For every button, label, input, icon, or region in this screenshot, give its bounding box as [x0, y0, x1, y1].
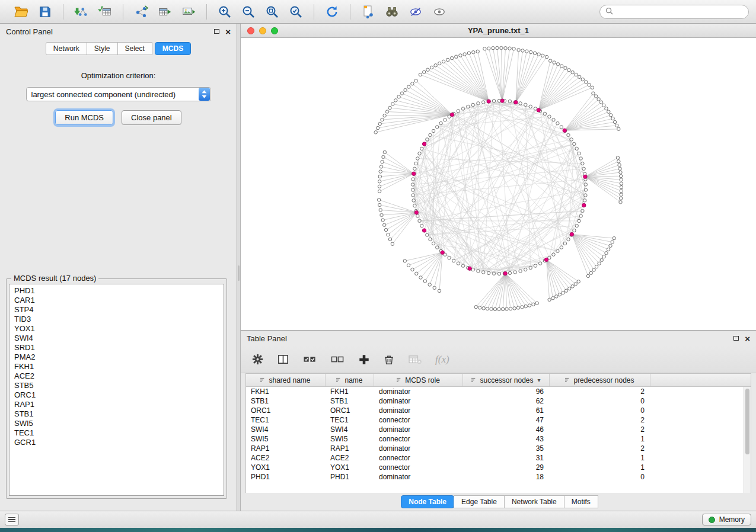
optimization-criterion-dropdown[interactable]: largest connected component (undirected): [26, 87, 211, 101]
zoom-out-icon[interactable]: [240, 4, 257, 20]
save-session-icon[interactable]: [37, 4, 53, 20]
table-row[interactable]: RAP1RAP1dominator352: [246, 444, 744, 453]
window-close-icon[interactable]: [247, 27, 254, 34]
table-cell: dominator: [374, 425, 463, 434]
table-cell: dominator: [374, 406, 463, 415]
table-cell: YOX1: [326, 463, 374, 472]
show-columns-icon[interactable]: [277, 353, 289, 366]
run-mcds-button[interactable]: Run MCDS: [55, 110, 113, 125]
table-cell: connector: [374, 416, 463, 424]
table-cell: RAP1: [326, 444, 374, 453]
mcds-result-item[interactable]: PHD1: [14, 286, 219, 296]
toolbar-separator: [314, 4, 314, 20]
desktop-background-strip: [0, 528, 756, 532]
table-cell: 1: [550, 435, 650, 443]
network-graph-svg: [241, 38, 755, 331]
mcds-result-item[interactable]: SRD1: [14, 343, 219, 352]
table-toolbar: f(x): [241, 346, 756, 373]
export-image-icon[interactable]: [180, 4, 197, 20]
mcds-result-item[interactable]: STB5: [14, 381, 219, 390]
mcds-result-item[interactable]: TEC1: [14, 428, 219, 438]
control-panel-title: Control Panel: [6, 27, 53, 36]
status-bar: Memory: [0, 511, 756, 528]
column-header-predecessor-nodes[interactable]: predecessor nodes: [550, 374, 650, 386]
zoom-fit-content-icon[interactable]: [264, 4, 280, 20]
table-cell: ORC1: [326, 406, 374, 415]
table-settings-gear-icon[interactable]: [251, 353, 264, 366]
mcds-result-item[interactable]: SWI5: [14, 419, 219, 428]
table-row[interactable]: PHD1PHD1dominator180: [246, 472, 744, 482]
column-header-successor-nodes[interactable]: successor nodes▾: [463, 374, 550, 386]
node-table: shared namenameMCDS rolesuccessor nodes▾…: [245, 373, 751, 493]
import-table-file-icon[interactable]: [97, 4, 113, 20]
search-field[interactable]: [599, 5, 749, 19]
table-row[interactable]: STB1STB1dominator620: [246, 396, 744, 406]
table-row[interactable]: ORC1ORC1dominator610: [246, 406, 744, 415]
mcds-result-item[interactable]: GCR1: [14, 438, 219, 447]
table-row[interactable]: SWI4SWI4dominator462: [246, 425, 744, 434]
clone-network-icon[interactable]: [360, 4, 377, 20]
deselect-all-rows-icon[interactable]: [330, 354, 345, 366]
mcds-result-item[interactable]: ORC1: [14, 390, 219, 400]
mcds-result-list[interactable]: PHD1CAR1STP4TID3YOX1SWI4SRD1PMA2FKH1ACE2…: [9, 284, 224, 496]
first-neighbors-icon[interactable]: [384, 4, 400, 20]
select-all-rows-icon[interactable]: [302, 354, 317, 366]
close-panel-button[interactable]: Close panel: [122, 110, 181, 125]
open-session-icon[interactable]: [13, 4, 30, 20]
tab-style[interactable]: Style: [87, 42, 118, 55]
search-input[interactable]: [617, 7, 743, 17]
mcds-result-item[interactable]: CAR1: [14, 296, 219, 305]
tab-network[interactable]: Network: [46, 42, 87, 55]
table-cell: ORC1: [246, 406, 326, 415]
chevron-down-icon: ▾: [538, 377, 541, 383]
table-tab-node-table[interactable]: Node Table: [401, 495, 454, 508]
float-panel-icon[interactable]: [214, 29, 219, 34]
table-row[interactable]: ACE2ACE2connector311: [246, 453, 744, 463]
mcds-result-item[interactable]: SWI4: [14, 334, 219, 343]
tab-select[interactable]: Select: [117, 42, 152, 55]
zoom-in-icon[interactable]: [216, 4, 233, 20]
mcds-result-item[interactable]: FKH1: [14, 362, 219, 371]
mcds-result-item[interactable]: TID3: [14, 315, 219, 324]
table-row[interactable]: TEC1TEC1connector472: [246, 415, 744, 425]
table-vertical-scrollbar[interactable]: [744, 387, 751, 493]
table-tab-network-table[interactable]: Network Table: [504, 495, 564, 508]
refresh-view-icon[interactable]: [324, 4, 340, 20]
column-header-shared-name[interactable]: shared name: [246, 374, 326, 386]
mcds-result-item[interactable]: STB1: [14, 409, 219, 419]
window-maximize-icon[interactable]: [271, 27, 278, 34]
column-header-MCDS-role[interactable]: MCDS role: [374, 374, 463, 386]
network-canvas[interactable]: [241, 38, 756, 330]
table-tab-edge-table[interactable]: Edge Table: [454, 495, 505, 508]
window-minimize-icon[interactable]: [259, 27, 266, 34]
delete-column-trash-icon[interactable]: [383, 354, 395, 366]
mcds-result-item[interactable]: RAP1: [14, 400, 219, 409]
table-row[interactable]: YOX1YOX1connector291: [246, 463, 744, 472]
show-all-icon[interactable]: [431, 4, 448, 20]
table-panel-header: Table Panel ×: [241, 331, 756, 346]
table-cell: dominator: [374, 473, 463, 481]
close-panel-icon[interactable]: ×: [225, 27, 231, 36]
memory-button[interactable]: Memory: [702, 514, 751, 525]
import-network-file-icon[interactable]: [73, 4, 90, 20]
float-table-panel-icon[interactable]: [733, 336, 739, 341]
mcds-result-item[interactable]: STP4: [14, 305, 219, 315]
table-tab-motifs[interactable]: Motifs: [564, 495, 598, 508]
table-cell: 2: [550, 387, 650, 396]
export-network-icon[interactable]: [133, 4, 149, 20]
export-table-icon[interactable]: [157, 4, 173, 20]
column-header-name[interactable]: name: [326, 374, 374, 386]
hide-selected-icon[interactable]: [407, 4, 424, 20]
close-table-panel-icon[interactable]: ×: [745, 334, 750, 343]
panel-menu-icon[interactable]: [5, 514, 19, 525]
create-column-plus-icon[interactable]: [358, 354, 370, 366]
tab-mcds[interactable]: MCDS: [155, 42, 191, 55]
sort-icon: [397, 377, 402, 383]
zoom-selected-icon[interactable]: [288, 4, 304, 20]
mcds-result-item[interactable]: YOX1: [14, 324, 219, 334]
mcds-result-item[interactable]: PMA2: [14, 352, 219, 362]
table-row[interactable]: SWI5SWI5connector431: [246, 434, 744, 444]
table-row[interactable]: FKH1FKH1dominator962: [246, 387, 744, 396]
scrollbar-thumb[interactable]: [745, 389, 749, 454]
mcds-result-item[interactable]: ACE2: [14, 371, 219, 381]
